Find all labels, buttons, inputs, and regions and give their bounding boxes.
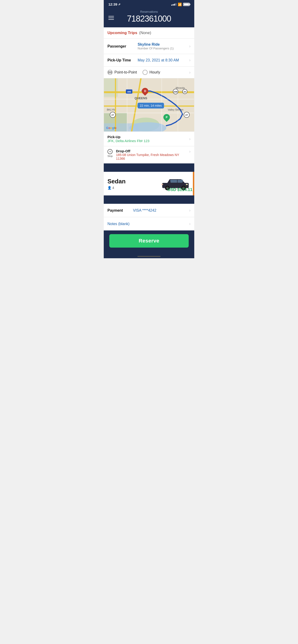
pickup-location-value: JFK, Delta Airlines Flt# 123 [107, 139, 187, 143]
stop-icon: + Stop [107, 149, 113, 158]
svg-text:25B: 25B [174, 91, 178, 93]
pickup-time-row[interactable]: Pick-Up Time May 23, 2021 at 8:30 AM › [104, 54, 194, 66]
vehicle-capacity: 👤 4 [107, 186, 160, 190]
dropoff-info: Drop-Off 185-08 Union Turnpike, Fresh Me… [116, 149, 187, 160]
passenger-value: Skyline Ride Number Of Passengers (1) [138, 42, 187, 50]
reserve-button[interactable]: Reserve [109, 234, 189, 248]
pickup-time-chevron: › [189, 58, 191, 62]
passenger-sub: Number Of Passengers (1) [138, 46, 187, 50]
point-to-point-radio[interactable] [107, 70, 113, 75]
header-phone: 7182361000 [108, 14, 190, 24]
status-time: 12:39 ⇗ [108, 2, 120, 6]
pickup-location-row[interactable]: Pick-Up JFK, Delta Airlines Flt# 123 › [104, 132, 194, 146]
google-logo: Google [106, 126, 117, 130]
vehicle-row: Sedan 👤 4 [104, 172, 194, 196]
notes-chevron: › [189, 222, 191, 226]
pickup-time-value: May 23, 2021 at 8:30 AM [138, 58, 187, 62]
dropoff-title: Drop-Off [116, 149, 187, 153]
dropoff-row[interactable]: + Stop Drop-Off 185-08 Union Turnpike, F… [104, 146, 194, 164]
hamburger-menu[interactable] [108, 15, 114, 21]
map-container: 495 25B 25 678 27 27 QUEENS Mineola V [104, 78, 194, 132]
blue-separator-2 [104, 196, 194, 204]
vehicle-price: USD $114.11 [167, 187, 192, 192]
svg-text:QUEENS: QUEENS [135, 96, 147, 100]
map-marker-d: D [142, 88, 148, 96]
svg-rect-37 [186, 184, 188, 185]
passenger-chevron: › [189, 44, 191, 49]
pickup-time-date: May 23, 2021 at 8:30 AM [138, 58, 187, 62]
pickup-location-label: Pick-Up [107, 135, 187, 139]
svg-rect-38 [161, 184, 163, 185]
svg-text:Valley Stream: Valley Stream [168, 108, 183, 111]
battery-icon [183, 3, 190, 6]
point-to-point-label: Point-to-Point [114, 70, 137, 74]
upcoming-trips-label: Upcoming Trips [107, 30, 137, 35]
person-icon: 👤 [107, 186, 111, 190]
bottom-cta: Reserve [104, 230, 194, 254]
svg-text:BKLYN: BKLYN [107, 108, 115, 111]
wifi-icon: 📶 [178, 2, 182, 6]
notes-row[interactable]: Notes (blank) › [104, 217, 194, 230]
home-bar [137, 256, 161, 257]
hourly-label: Hourly [149, 70, 160, 74]
svg-rect-39 [185, 186, 188, 187]
payment-section: Payment VISA ****4242 › Notes (blank) › [104, 204, 194, 230]
payment-label: Payment [107, 208, 133, 212]
svg-text:25: 25 [184, 91, 186, 93]
pickup-time-label: Pick-Up Time [107, 58, 138, 62]
stop-pin: + [107, 149, 113, 154]
passenger-row[interactable]: Passenger Skyline Ride Number Of Passeng… [104, 39, 194, 54]
vehicle-info: Sedan 👤 4 [107, 178, 160, 190]
vehicle-name: Sedan [107, 178, 160, 185]
payment-row[interactable]: Payment VISA ****4242 › [104, 204, 194, 217]
hourly-option[interactable]: Hourly [143, 70, 160, 75]
home-indicator [104, 254, 194, 258]
payment-chevron: › [189, 208, 191, 213]
passenger-name: Skyline Ride [138, 42, 187, 46]
notes-value: Notes (blank) [107, 222, 187, 226]
stop-label: Stop [107, 154, 113, 158]
upcoming-trips-value: (None) [139, 30, 151, 35]
map-background: 495 25B 25 678 27 27 QUEENS Mineola V [104, 78, 194, 132]
main-content: Upcoming Trips (None) Passenger Skyline … [104, 27, 194, 164]
upcoming-trips-row: Upcoming Trips (None) [104, 27, 194, 39]
payment-value: VISA ****4242 [133, 208, 187, 212]
time-display: 12:39 [108, 2, 117, 6]
status-icons: 📶 [171, 2, 190, 6]
dropoff-address: 185-08 Union Turnpike, Fresh Meadows NY … [116, 153, 187, 160]
status-bar: 12:39 ⇗ 📶 [104, 0, 194, 8]
vehicle-capacity-number: 4 [112, 186, 114, 190]
map-marker-p: P [163, 114, 170, 122]
map-info-bubble: 22 min, 14 miles [137, 103, 164, 108]
svg-text:Mineola: Mineola [176, 86, 185, 89]
trip-type-chevron: › [189, 70, 191, 75]
marker-p-label: P [166, 116, 168, 119]
dropoff-chevron: › [189, 149, 191, 154]
blue-separator-1 [104, 164, 194, 172]
trip-type-row[interactable]: Point-to-Point Hourly › [104, 66, 194, 78]
passenger-label: Passenger [107, 44, 138, 48]
header: Reservations 7182361000 [104, 8, 194, 27]
marker-d-label: D [144, 90, 146, 93]
svg-text:495: 495 [127, 90, 131, 93]
vehicle-section: Sedan 👤 4 [104, 172, 194, 196]
signal-icon [171, 3, 176, 6]
pickup-location-chevron: › [189, 136, 191, 142]
location-icon: ⇗ [118, 3, 120, 6]
map-info-text: 22 min, 14 miles [140, 104, 162, 107]
svg-text:27: 27 [111, 114, 114, 116]
orange-bar [193, 172, 194, 196]
hourly-radio[interactable] [143, 70, 148, 75]
header-subtitle: Reservations [108, 10, 190, 14]
point-to-point-option[interactable]: Point-to-Point [107, 70, 137, 75]
svg-text:27: 27 [185, 114, 188, 116]
